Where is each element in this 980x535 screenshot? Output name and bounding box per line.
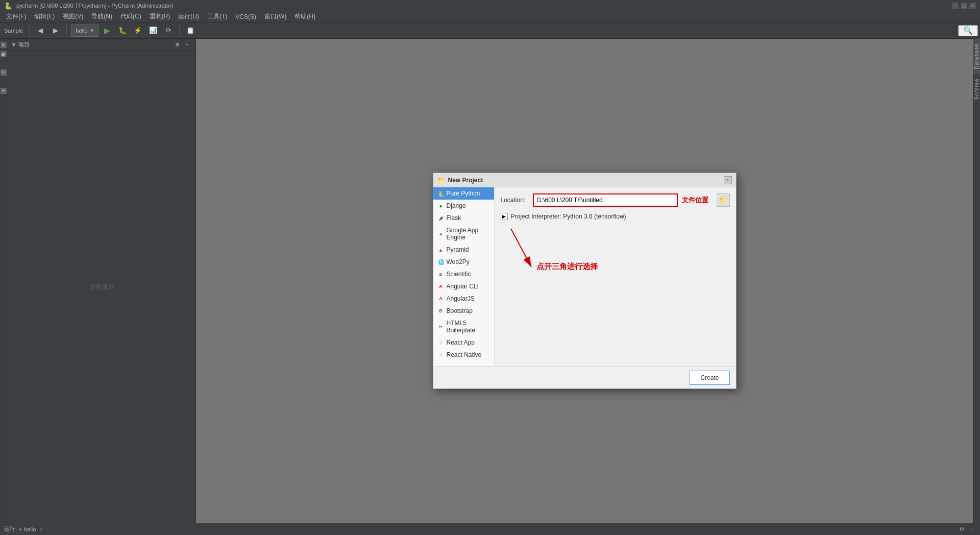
sidebar-item-google-app-engine[interactable]: ● Google App Engine: [433, 224, 494, 244]
sidebar-item-pure-python[interactable]: 🐍 Pure Python: [433, 187, 494, 200]
close-button[interactable]: ×: [969, 3, 976, 9]
run-indicator: ●: [19, 526, 22, 532]
menu-vcs[interactable]: VCS(S): [231, 12, 260, 21]
toolbar: Sample ◀ ▶ hello ▼ ▶ 🐛 ⚡ 📊 ⟳ 📋 🔍: [0, 22, 980, 39]
angularjs-label: AngularJS: [447, 295, 475, 302]
location-annotation-text: 文件位置: [682, 196, 708, 205]
menu-file[interactable]: 文件(F): [2, 11, 30, 22]
run-config-label: hello: [76, 28, 87, 34]
sidebar-item-react-native[interactable]: ⚛ React Native: [433, 349, 494, 361]
sidebar-item-scientific[interactable]: ≡ Scientific: [433, 268, 494, 280]
react-native-icon: ⚛: [437, 351, 445, 358]
angular-cli-icon: A: [437, 283, 445, 290]
html5-boilerplate-label: HTML5 Boilerplate: [447, 320, 490, 334]
dialog-footer: Create: [433, 366, 736, 388]
scientific-label: Scientific: [447, 271, 471, 278]
interpreter-expand-button[interactable]: ▶: [501, 213, 508, 220]
location-browse-button[interactable]: 📁: [717, 193, 730, 207]
pure-python-icon: 🐍: [437, 190, 445, 197]
annotation-arrow-svg: [501, 226, 603, 287]
right-sidebar: Database SciView: [973, 39, 980, 523]
toolbar-separator-1: [29, 26, 30, 36]
sidebar-item-angular-cli[interactable]: A Angular CLI: [433, 280, 494, 293]
location-input-wrapper: 文件位置: [533, 193, 678, 207]
sidebar-item-pyramid[interactable]: ▲ Pyramid: [433, 244, 494, 256]
project-panel: ▼ 项目 ⚙ − 没有显示: [7, 39, 196, 523]
profile-button[interactable]: 📊: [146, 25, 160, 37]
flask-icon: 🌶: [437, 214, 445, 222]
menu-refactor[interactable]: 重构(R): [145, 11, 175, 22]
scientific-icon: ≡: [437, 271, 445, 278]
bootstrap-icon: B: [437, 307, 445, 314]
menu-tools[interactable]: 工具(T): [203, 11, 231, 22]
left-icons-panel: ▼ ◼ 2 1: [0, 39, 7, 523]
toolbar-separator-2: [66, 26, 67, 36]
window-title: pycharm [G:\600 L\200 TF\pycharm] - PyCh…: [16, 3, 173, 9]
menu-help[interactable]: 帮助(H): [290, 11, 320, 22]
project-label: 项目: [18, 41, 30, 48]
sciview-tab-label: SciView: [974, 78, 979, 100]
minimize-button[interactable]: −: [952, 3, 959, 9]
menu-window[interactable]: 窗口(W): [260, 11, 290, 22]
html5-boilerplate-icon: H: [437, 323, 445, 330]
bottom-settings-btn[interactable]: ⚙: [958, 525, 966, 533]
project-minimize-btn[interactable]: −: [183, 41, 191, 49]
bottom-minimize-btn[interactable]: −: [968, 525, 976, 533]
dialog-title-bar: 📁 New Project ×: [433, 173, 736, 187]
run-with-coverage-button[interactable]: ⚡: [131, 25, 144, 37]
project-settings-btn[interactable]: ⚙: [173, 41, 181, 49]
favorites-icon[interactable]: 2: [1, 69, 7, 76]
dialog-body: 🐍 Pure Python ● Django 🌶 Flask ●: [433, 187, 736, 366]
interpreter-row: ▶ Project Interpreter: Python 3.6 (tenso…: [501, 213, 730, 220]
angularjs-icon: A: [437, 295, 445, 302]
new-project-dialog: 📁 New Project × 🐍 Pure Python ●: [433, 173, 737, 389]
debug-button[interactable]: 🐛: [116, 25, 129, 37]
sidebar-item-react-app[interactable]: ⚛ React App: [433, 336, 494, 349]
location-row: Location: 文件位置 📁: [501, 193, 730, 207]
menu-edit[interactable]: 编辑(E): [30, 11, 59, 22]
dialog-close-button[interactable]: ×: [724, 176, 732, 184]
toolbar-back-btn[interactable]: ◀: [34, 25, 47, 37]
pyramid-label: Pyramid: [447, 246, 469, 253]
main-layout: ▼ ◼ 2 1 ▼ 项目 ⚙ − 没有显示: [0, 39, 980, 523]
sidebar-item-web2py[interactable]: 🌐 Web2Py: [433, 256, 494, 268]
menu-code[interactable]: 代码(C): [116, 11, 145, 22]
annotation-area: 点开三角进行选择: [501, 226, 730, 360]
sidebar-item-angularjs[interactable]: A AngularJS: [433, 293, 494, 305]
location-label: Location:: [501, 197, 529, 204]
hello-tab[interactable]: hello ×: [24, 526, 42, 532]
sidebar-item-html5-boilerplate[interactable]: H HTML5 Boilerplate: [433, 317, 494, 336]
sidebar-item-bootstrap[interactable]: B Bootstrap: [433, 305, 494, 317]
menu-view[interactable]: 视图(V): [59, 11, 87, 22]
react-app-label: React App: [447, 339, 475, 346]
web2py-label: Web2Py: [447, 258, 470, 265]
search-everywhere-button[interactable]: 🔍: [958, 25, 978, 36]
structure-icon[interactable]: 1: [1, 88, 7, 94]
run-button[interactable]: ▶: [101, 25, 114, 37]
window-controls: − □ ×: [952, 3, 976, 9]
interpreter-label: Project Interpreter: Python 3.6 (tensorf…: [511, 213, 626, 220]
hello-tab-close[interactable]: ×: [39, 527, 42, 532]
title-bar: 🐍 pycharm [G:\600 L\200 TF\pycharm] - Py…: [0, 0, 980, 11]
maximize-button[interactable]: □: [961, 3, 967, 9]
project-dropdown-icon: ▼: [11, 42, 16, 47]
bottom-panel: 运行: ● hello × ⚙ − ▶ ⏹ ⟳ ⏬ ↩ 🖨 📌 D:\softw…: [0, 523, 980, 535]
right-tab-sciview[interactable]: SciView: [973, 74, 980, 104]
menu-run[interactable]: 运行(U): [174, 11, 203, 22]
sidebar-item-django[interactable]: ● Django: [433, 200, 494, 212]
react-native-label: React Native: [447, 351, 482, 358]
menu-navigate[interactable]: 导航(N): [87, 11, 116, 22]
django-icon: ●: [437, 202, 445, 209]
right-tab-database[interactable]: Database: [973, 39, 980, 74]
sidebar-item-flask[interactable]: 🌶 Flask: [433, 212, 494, 224]
concurrency-button[interactable]: ⟳: [162, 25, 175, 37]
create-button[interactable]: Create: [690, 371, 729, 385]
django-label: Django: [447, 202, 466, 209]
svg-line-0: [511, 229, 531, 267]
pyramid-icon: ▲: [437, 246, 445, 253]
toolbar-forward-btn[interactable]: ▶: [49, 25, 62, 37]
location-input[interactable]: [533, 193, 678, 207]
vcs-button[interactable]: 📋: [184, 25, 197, 37]
run-config-selector[interactable]: hello ▼: [71, 25, 99, 37]
project-content-area: 没有显示: [7, 51, 195, 523]
